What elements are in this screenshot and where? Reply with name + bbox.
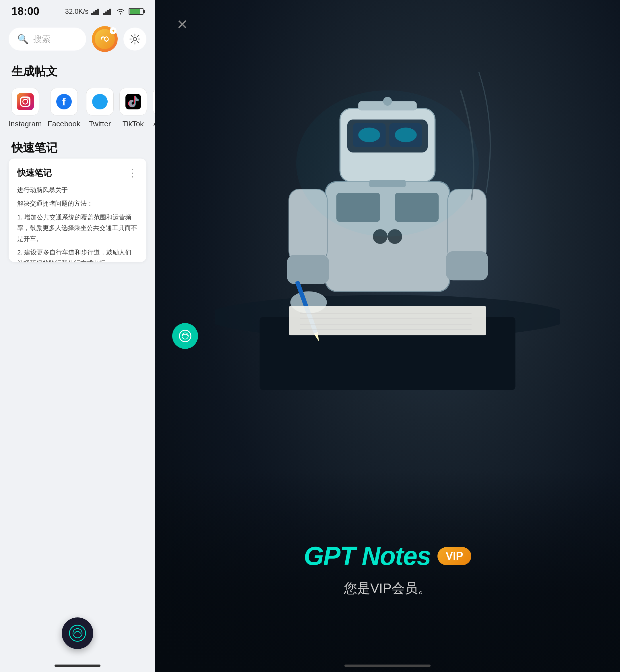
twitter-icon: [92, 94, 108, 109]
svg-rect-40: [289, 306, 486, 335]
instagram-icon: [17, 93, 34, 110]
svg-rect-1: [93, 11, 95, 15]
svg-point-47: [182, 333, 188, 339]
status-bar: 18:00 32.0K/s: [0, 0, 155, 20]
robot-illustration: [215, 17, 560, 419]
svg-rect-2: [95, 10, 97, 15]
left-panel: 18:00 32.0K/s: [0, 0, 155, 672]
notes-more-icon[interactable]: ⋮: [127, 168, 138, 178]
svg-rect-3: [97, 9, 99, 15]
vip-badge: VIP: [437, 547, 471, 565]
twitter-label: Twitter: [89, 119, 111, 128]
right-panel: ✕ GPT Notes VIP 您是VIP会员。: [155, 0, 620, 672]
instagram-icon-bg: [11, 88, 39, 115]
svg-rect-4: [103, 13, 105, 15]
notes-card-title: 快速笔记: [17, 167, 52, 179]
network-speed: 32.0K/s: [65, 7, 89, 15]
svg-point-45: [296, 91, 479, 237]
facebook-icon: f: [56, 94, 72, 109]
svg-rect-0: [91, 13, 93, 15]
app-item-facebook[interactable]: f Facebook: [48, 88, 81, 128]
tiktok-label: TikTok: [122, 119, 144, 128]
right-home-indicator: [345, 665, 430, 667]
notes-card-header: 快速笔记 ⋮: [17, 167, 138, 179]
tiktok-icon-bg: [119, 88, 147, 115]
svg-rect-34: [287, 255, 329, 284]
bottom-content: GPT Notes VIP 您是VIP会员。: [155, 541, 620, 597]
floating-icon-svg: [178, 329, 193, 343]
status-icons: 32.0K/s: [65, 7, 144, 15]
search-icon: 🔍: [17, 34, 29, 45]
infinity-icon: [98, 33, 111, 45]
app-item-instagram[interactable]: Instagram: [9, 88, 42, 128]
instagram-dot: [27, 98, 29, 100]
status-time: 18:00: [11, 5, 39, 17]
quicknotes-section-title: 快速笔记: [0, 134, 155, 158]
svg-point-15: [69, 625, 86, 641]
settings-button[interactable]: [123, 28, 146, 51]
notes-card[interactable]: 快速笔记 ⋮ 进行动脑风暴关于 解决交通拥堵问题的方法： 1. 增加公共交通系统…: [9, 158, 146, 262]
signal-icon: [91, 8, 100, 15]
home-indicator: [55, 665, 100, 667]
search-input[interactable]: 🔍 搜索: [9, 28, 86, 51]
svg-rect-6: [107, 10, 109, 15]
close-button[interactable]: ✕: [172, 14, 192, 35]
app-item-aitools[interactable]: A i AI Tools: [153, 88, 155, 128]
wifi-icon: [115, 8, 126, 15]
tiktok-icon: [125, 94, 141, 109]
fab-icon: [67, 623, 88, 643]
svg-point-8: [133, 37, 137, 41]
instagram-label: Instagram: [9, 119, 42, 128]
gear-icon: [129, 33, 141, 45]
aitools-icon-bg: A i: [153, 88, 155, 115]
quick-notes-section: 快速笔记 ⋮ 进行动脑风暴关于 解决交通拥堵问题的方法： 1. 增加公共交通系统…: [0, 158, 155, 672]
twitter-icon-bg: [86, 88, 114, 115]
notes-line-2: 1. 增加公共交通系统的覆盖范围和运营频率，鼓励更多人选择乘坐公共交通工具而不是…: [17, 212, 138, 244]
app-grid: Instagram f Facebook Twitter: [0, 82, 155, 134]
instagram-inner: [20, 96, 31, 107]
close-icon: ✕: [176, 16, 188, 33]
svg-rect-5: [105, 11, 107, 15]
svg-rect-39: [446, 251, 488, 281]
facebook-label: Facebook: [48, 119, 81, 128]
notes-content: 进行动脑风暴关于 解决交通拥堵问题的方法： 1. 增加公共交通系统的覆盖范围和运…: [17, 185, 138, 262]
app-item-twitter[interactable]: Twitter: [86, 88, 114, 128]
app-item-tiktok[interactable]: TikTok: [119, 88, 147, 128]
notes-line-1: 解决交通拥堵问题的方法：: [17, 198, 138, 209]
signal-icon-2: [103, 8, 112, 15]
svg-rect-7: [109, 9, 111, 15]
floating-icon[interactable]: [172, 323, 198, 349]
battery-icon: [128, 8, 144, 15]
generate-section-title: 生成帖文: [0, 58, 155, 82]
svg-point-46: [179, 330, 191, 342]
notes-line-0: 进行动脑风暴关于: [17, 185, 138, 195]
facebook-icon-bg: f: [50, 88, 78, 115]
gpt-title: GPT Notes: [304, 541, 430, 571]
search-placeholder: 搜索: [33, 33, 51, 45]
star-badge: ✦: [110, 27, 116, 34]
notes-line-3: 2. 建设更多自行车道和步行道，鼓励人们选择环保的骑行和步行方式出行。: [17, 247, 138, 262]
gpt-title-row: GPT Notes VIP: [304, 541, 471, 571]
fab-button[interactable]: [62, 617, 93, 649]
search-bar-row: 🔍 搜索 ✦: [0, 20, 155, 58]
vip-subtitle: 您是VIP会员。: [344, 580, 431, 597]
ai-button[interactable]: ✦: [92, 26, 118, 52]
